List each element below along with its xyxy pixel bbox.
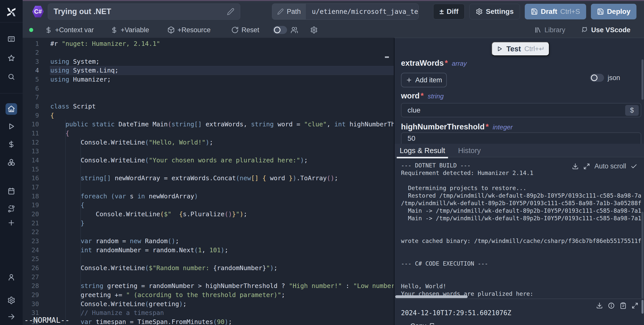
code-line-22[interactable]: 22 [23, 228, 394, 237]
code-line-27[interactable]: 27 [23, 272, 394, 281]
code-line-17[interactable]: 17 [23, 183, 394, 192]
code-line-10[interactable]: 10 public static DateTime Main(string[] … [23, 120, 394, 129]
code-line-30[interactable]: 30 Console.WriteLine(greeting); [23, 299, 394, 308]
code-line-12[interactable]: 12 Console.WriteLine("Hello, World!"); [23, 138, 394, 147]
reset-button[interactable]: Reset [231, 26, 259, 34]
script-title-input[interactable]: Trying out .NET [48, 4, 240, 20]
info-icon[interactable] [608, 302, 615, 309]
refresh-icon [231, 26, 239, 34]
code-line-7[interactable]: 7 [23, 93, 394, 102]
add-resource-button[interactable]: +Resource [167, 26, 211, 34]
log-line: /tmp/windmill/wk-default-89p2b-I0Y5P/019… [401, 199, 641, 207]
insert-variable-button[interactable]: $ [625, 105, 639, 116]
path-label-section[interactable]: Path [272, 4, 306, 19]
route-icon [7, 205, 15, 213]
draft-button[interactable]: Draft Ctrl+S [525, 4, 586, 19]
code-line-29[interactable]: 29 greeting += " (according to the thres… [23, 290, 394, 299]
overview-ruler-cursor-mark [385, 56, 389, 58]
code-line-8[interactable]: 8class Script [23, 102, 394, 111]
sidebar-item-search[interactable] [6, 71, 17, 83]
sidebar-item-boxes[interactable] [6, 157, 17, 168]
windmill-logo[interactable] [6, 7, 17, 18]
code-line-23[interactable]: 23 var random = new Random(); [23, 237, 394, 246]
code-line-31[interactable]: 31 // Humanize a timespan [23, 308, 394, 317]
code-line-6[interactable]: 6 [23, 84, 394, 93]
auto-scroll-label[interactable]: Auto scroll [594, 162, 626, 170]
gear-icon[interactable] [310, 26, 318, 34]
sidebar-divider [0, 22, 23, 22]
sidebar-item-arrow-right[interactable] [6, 311, 17, 322]
add-variable-button[interactable]: +Variable [110, 26, 149, 34]
download-icon[interactable] [572, 163, 579, 170]
code-line-11[interactable]: 11 { [23, 129, 394, 138]
expand-icon[interactable] [583, 163, 590, 170]
code-text: { [50, 130, 394, 137]
copy-button[interactable]: Copy [410, 322, 436, 325]
code-line-14[interactable]: 14 Console.WriteLine("Your chosen words … [23, 156, 394, 165]
code-line-2[interactable]: 2 [23, 48, 394, 57]
word-input[interactable]: clue $ [401, 103, 641, 117]
use-vscode-button[interactable]: Use VScode [581, 26, 630, 34]
code-line-16[interactable]: 16 string[] newWordArray = extraWords.Co… [23, 174, 394, 183]
users-icon[interactable] [291, 26, 298, 34]
sidebar-item-star[interactable] [6, 52, 17, 64]
tab-logs-result[interactable]: Logs & Result [397, 144, 448, 157]
deploy-button[interactable]: Deploy [591, 4, 636, 19]
toggle-knob [274, 27, 280, 33]
code-line-18[interactable]: 18 foreach (var s in newWordArray) [23, 192, 394, 201]
sidebar-item-play[interactable] [6, 121, 17, 132]
clipboard-icon[interactable] [620, 302, 627, 309]
download-icon[interactable] [596, 302, 603, 309]
boxes-icon [7, 158, 15, 166]
logs-scrollbar-thumb[interactable] [641, 212, 643, 299]
add-item-button[interactable]: Add item [401, 73, 447, 87]
code-line-4[interactable]: 4using System.Linq; [23, 66, 394, 75]
save-icon [531, 8, 538, 15]
line-number: 12 [23, 139, 39, 146]
code-line-25[interactable]: 25 [23, 255, 394, 264]
code-line-1[interactable]: 1#r "nuget: Humanizer, 2.14.1" [23, 39, 394, 48]
test-button[interactable]: Test Ctrl+↵ [492, 42, 549, 56]
logs-pane[interactable]: --- DOTNET BUILD ---Requirement detected… [395, 157, 644, 299]
code-line-13[interactable]: 13 [23, 147, 394, 156]
code-editor[interactable]: 1#r "nuget: Humanizer, 2.14.1"23using Sy… [23, 38, 394, 325]
sidebar-item-user[interactable] [6, 271, 17, 283]
csharp-language-badge: C# [32, 6, 44, 18]
code-line-15[interactable]: 15 [23, 165, 394, 174]
code-line-21[interactable]: 21 } [23, 219, 394, 228]
threshold-input[interactable]: 50 [401, 132, 641, 144]
code-line-32[interactable]: 32 var timespan = TimeSpan.FromMinutes(9… [23, 317, 394, 325]
settings-button[interactable]: Settings [469, 4, 520, 19]
sidebar-item-plus[interactable] [6, 217, 17, 229]
assistant-toggle[interactable] [273, 26, 287, 34]
edit-title-pencil-icon[interactable] [227, 8, 234, 15]
sidebar-item-route[interactable] [6, 203, 17, 215]
code-line-26[interactable]: 26 Console.WriteLine($"Random number: {r… [23, 264, 394, 273]
diff-button[interactable]: ± Diff [433, 4, 465, 19]
sidebar-item-dollar[interactable] [6, 138, 17, 150]
result-scrollbar-thumb[interactable] [641, 300, 643, 314]
line-number: 10 [23, 121, 39, 128]
code-line-20[interactable]: 20 Console.WriteLine($" {s.Pluralize()}"… [23, 210, 394, 219]
play-icon [496, 46, 503, 52]
path-value-section[interactable]: u/etienne/microsoft_java_test [306, 4, 418, 19]
sidebar-item-home[interactable] [6, 103, 17, 115]
sidebar-item-gear[interactable] [6, 295, 17, 306]
form-scrollbar-thumb[interactable] [641, 59, 643, 100]
json-toggle[interactable] [590, 74, 604, 82]
line-number: 31 [23, 309, 39, 316]
code-line-3[interactable]: 3using System; [23, 57, 394, 66]
code-line-28[interactable]: 28 string greeting = randomNumber > high… [23, 281, 394, 291]
sidebar-item-apps[interactable] [6, 33, 17, 45]
code-line-9[interactable]: 9{ [23, 111, 394, 120]
path-field[interactable]: Path u/etienne/microsoft_java_test [272, 4, 419, 20]
logs-horizontal-scrollbar[interactable] [395, 295, 468, 298]
code-line-19[interactable]: 19 { [23, 201, 394, 210]
expand-icon[interactable] [631, 302, 638, 309]
tab-history[interactable]: History [453, 144, 486, 157]
add-context-var-button[interactable]: +Context var [45, 26, 94, 34]
code-line-24[interactable]: 24 int randomNumber = random.Next(1, 101… [23, 245, 394, 255]
library-button[interactable]: Library [534, 26, 565, 34]
code-line-5[interactable]: 5using Humanizer; [23, 75, 394, 84]
sidebar-item-calendar[interactable] [6, 185, 17, 197]
